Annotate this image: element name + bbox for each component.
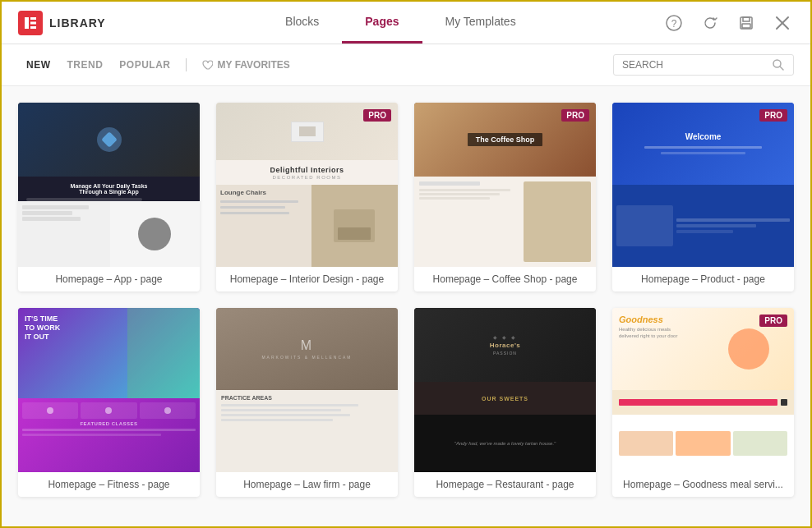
- card-label: Homepage – Product - page: [612, 267, 794, 292]
- template-grid-container: Manage All Your Daily TasksThrough a Sin…: [2, 86, 810, 526]
- svg-rect-2: [30, 21, 36, 24]
- filter-new[interactable]: NEW: [18, 56, 59, 74]
- header: LIBRARY Blocks Pages My Templates ?: [2, 2, 810, 44]
- svg-rect-3: [30, 26, 36, 29]
- tab-pages[interactable]: Pages: [342, 2, 422, 44]
- card-thumbnail: IT'S TIMETO WORKIT OUT: [18, 308, 200, 472]
- filter-bar: NEW TREND POPULAR MY FAVORITES: [2, 44, 810, 86]
- card-label: Homepage – Restaurant - page: [414, 472, 596, 497]
- svg-rect-1: [30, 17, 36, 20]
- list-item[interactable]: PRO Goodness Healthy delicious mealsdeli…: [612, 308, 794, 497]
- refresh-button[interactable]: [699, 11, 722, 34]
- pro-badge: PRO: [363, 109, 391, 122]
- card-label: Homepage – Coffee Shop - page: [414, 267, 596, 292]
- filter-favorites[interactable]: MY FAVORITES: [193, 56, 298, 74]
- card-label: Homepage – Goodness meal servi...: [612, 472, 794, 497]
- filter-trend[interactable]: TREND: [59, 56, 112, 74]
- card-thumbnail: Manage All Your Daily TasksThrough a Sin…: [18, 103, 200, 267]
- nav-tabs: Blocks Pages My Templates: [139, 2, 662, 44]
- svg-line-12: [780, 67, 783, 70]
- tab-my-templates[interactable]: My Templates: [422, 2, 539, 44]
- list-item[interactable]: ◆ ◆ ◆ Horace's PASSION OUR SWEETS "Andy …: [414, 308, 596, 497]
- header-actions: ?: [662, 11, 794, 34]
- search-area: [613, 54, 794, 76]
- svg-rect-7: [743, 17, 750, 21]
- filter-popular[interactable]: POPULAR: [111, 56, 178, 74]
- svg-text:?: ?: [671, 18, 677, 30]
- card-label: Homepage – Law firm - page: [216, 472, 398, 497]
- filter-tabs: NEW TREND POPULAR: [18, 56, 179, 74]
- card-label: Homepage – Interior Design - page: [216, 267, 398, 292]
- list-item[interactable]: PRO Delightful Interiors DECORATED ROOMS: [216, 103, 398, 292]
- template-grid: Manage All Your Daily TasksThrough a Sin…: [18, 103, 794, 497]
- logo-text: LIBRARY: [49, 16, 106, 30]
- favorites-label: MY FAVORITES: [218, 59, 290, 71]
- search-icon: [772, 58, 785, 71]
- svg-rect-0: [25, 17, 29, 29]
- card-label: Homepage – App - page: [18, 267, 200, 292]
- card-thumbnail: PRO Delightful Interiors DECORATED ROOMS: [216, 103, 398, 267]
- card-thumbnail: ◆ ◆ ◆ Horace's PASSION OUR SWEETS "Andy …: [414, 308, 596, 472]
- tab-blocks[interactable]: Blocks: [262, 2, 342, 44]
- card-thumbnail: M MARKOWITS & MELLENCAM PRACTICE AREAS: [216, 308, 398, 472]
- help-button[interactable]: ?: [662, 11, 685, 34]
- list-item[interactable]: Manage All Your Daily TasksThrough a Sin…: [18, 103, 200, 292]
- svg-rect-8: [742, 24, 750, 28]
- elementor-logo-icon: [18, 11, 43, 35]
- card-thumbnail: PRO Welcome: [612, 103, 794, 267]
- card-thumbnail: PRO The Coffee Shop: [414, 103, 596, 267]
- card-thumbnail: PRO Goodness Healthy delicious mealsdeli…: [612, 308, 794, 472]
- list-item[interactable]: PRO Welcome: [612, 103, 794, 292]
- list-item[interactable]: PRO The Coffee Shop: [414, 103, 596, 292]
- library-modal: LIBRARY Blocks Pages My Templates ?: [0, 0, 812, 528]
- pro-badge: PRO: [561, 109, 589, 122]
- close-button[interactable]: [771, 11, 794, 34]
- pro-badge: PRO: [759, 315, 787, 327]
- pro-badge: PRO: [759, 109, 787, 122]
- filter-divider: [186, 58, 187, 71]
- list-item[interactable]: IT'S TIMETO WORKIT OUT: [18, 308, 200, 497]
- search-input[interactable]: [622, 59, 772, 71]
- logo-area: LIBRARY: [18, 11, 106, 35]
- list-item[interactable]: M MARKOWITS & MELLENCAM PRACTICE AREAS: [216, 308, 398, 497]
- card-label: Homepage – Fitness - page: [18, 472, 200, 497]
- save-button[interactable]: [735, 11, 758, 34]
